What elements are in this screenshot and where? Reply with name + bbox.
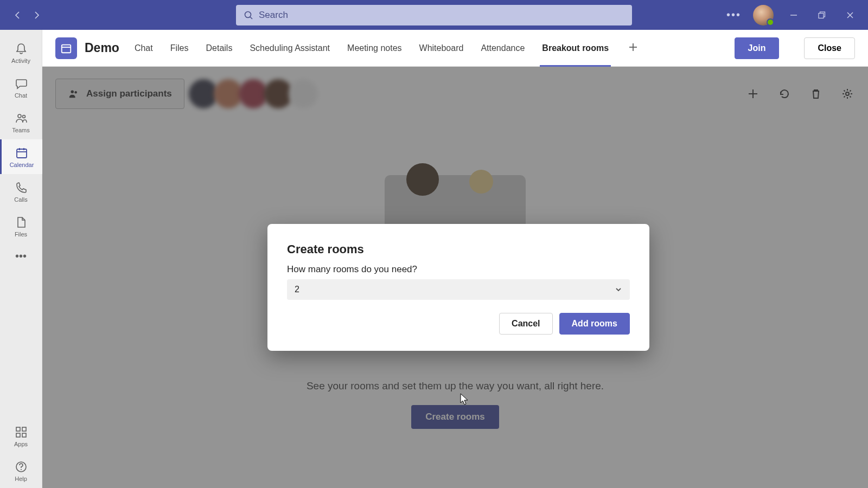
rail-calls[interactable]: Calls (0, 174, 42, 209)
calendar-icon (15, 146, 29, 160)
search-input[interactable] (259, 10, 624, 21)
chevron-left-icon (14, 11, 22, 20)
cancel-button[interactable]: Cancel (499, 313, 552, 335)
calls-icon (14, 181, 28, 195)
svg-rect-15 (16, 433, 20, 437)
maximize-button[interactable] (814, 7, 830, 23)
rail-teams[interactable]: Teams (0, 105, 42, 139)
create-rooms-dialog: Create rooms How many rooms do you need?… (267, 224, 649, 351)
rail-label: Calendar (10, 162, 34, 168)
minimize-icon (790, 11, 797, 19)
meeting-tabs: Chat Files Details Scheduling Assistant … (133, 30, 641, 66)
bell-icon (14, 42, 28, 56)
rail-label: Files (15, 231, 27, 237)
rail-more[interactable]: ••• (15, 243, 27, 269)
rail-label: Apps (14, 441, 28, 447)
nav-arrows (9, 6, 46, 24)
presence-available-icon (767, 18, 774, 26)
svg-rect-9 (17, 149, 27, 158)
calendar-icon (60, 42, 72, 54)
rail-chat[interactable]: Chat (0, 70, 42, 105)
rail-label: Activity (11, 57, 30, 64)
plus-icon (628, 42, 638, 52)
rail-calendar[interactable]: Calendar (0, 139, 42, 174)
meeting-header: Demo Chat Files Details Scheduling Assis… (42, 30, 868, 67)
meeting-type-icon (55, 37, 77, 59)
back-button[interactable] (9, 6, 27, 24)
meeting-title: Demo (85, 41, 119, 55)
add-tab-button[interactable] (625, 39, 641, 57)
tab-attendance[interactable]: Attendance (480, 30, 526, 66)
tab-chat[interactable]: Chat (133, 30, 154, 66)
tab-files[interactable]: Files (169, 30, 190, 66)
forward-button[interactable] (27, 6, 46, 24)
rail-apps[interactable]: Apps (0, 419, 42, 453)
apps-icon (14, 425, 28, 439)
tab-meeting-notes[interactable]: Meeting notes (346, 30, 403, 66)
app-rail: Activity Chat Teams Calendar Calls (0, 30, 42, 488)
chat-icon (14, 76, 28, 91)
svg-point-18 (21, 469, 22, 470)
close-icon (846, 11, 854, 19)
minimize-button[interactable] (786, 7, 802, 23)
help-icon (14, 460, 28, 474)
dialog-question: How many rooms do you need? (287, 264, 630, 275)
maximize-icon (818, 11, 826, 19)
svg-rect-19 (62, 44, 71, 53)
svg-rect-14 (22, 427, 26, 431)
tab-details[interactable]: Details (205, 30, 233, 66)
dialog-actions: Cancel Add rooms (287, 313, 630, 335)
room-count-value: 2 (295, 285, 299, 294)
svg-point-8 (22, 115, 25, 118)
svg-point-7 (18, 114, 21, 118)
join-button[interactable]: Join (735, 37, 780, 59)
svg-rect-13 (16, 427, 20, 431)
dialog-title: Create rooms (287, 242, 630, 256)
rail-activity[interactable]: Activity (0, 35, 42, 70)
room-count-select[interactable]: 2 (287, 279, 630, 300)
rail-label: Calls (14, 196, 27, 203)
rail-label: Teams (12, 127, 29, 133)
titlebar-right: ••• (726, 5, 863, 25)
search-icon (244, 10, 253, 20)
search-box[interactable] (236, 5, 632, 25)
rail-files[interactable]: Files (0, 209, 42, 243)
svg-line-1 (250, 17, 252, 19)
profile-avatar[interactable] (753, 5, 774, 25)
chevron-down-icon (615, 286, 622, 293)
add-rooms-button[interactable]: Add rooms (559, 313, 630, 335)
tab-scheduling-assistant[interactable]: Scheduling Assistant (248, 30, 331, 66)
files-icon (14, 215, 28, 229)
rail-label: Help (15, 476, 27, 482)
rail-label: Chat (15, 92, 27, 99)
chevron-right-icon (32, 11, 41, 20)
titlebar: ••• (0, 0, 868, 30)
main-column: Demo Chat Files Details Scheduling Assis… (42, 30, 868, 488)
svg-point-0 (245, 11, 251, 17)
svg-rect-4 (819, 13, 824, 18)
rail-help[interactable]: Help (0, 453, 42, 488)
close-meeting-button[interactable]: Close (804, 37, 855, 59)
teams-icon (14, 111, 28, 125)
close-window-button[interactable] (842, 7, 858, 23)
more-button[interactable]: ••• (726, 9, 741, 21)
tab-whiteboard[interactable]: Whiteboard (418, 30, 465, 66)
tab-breakout-rooms[interactable]: Breakout rooms (541, 30, 610, 66)
svg-rect-16 (22, 433, 26, 437)
